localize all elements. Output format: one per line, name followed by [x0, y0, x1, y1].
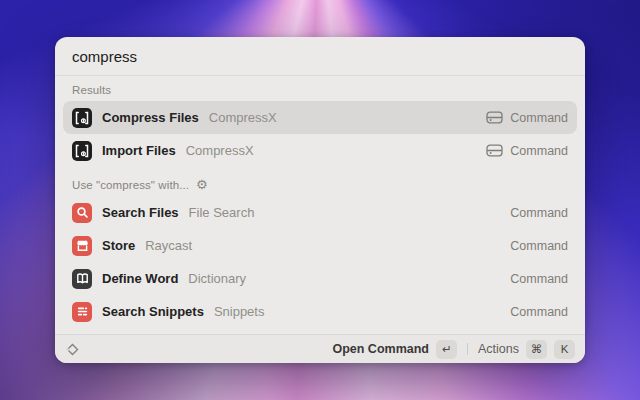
dictionary-icon — [72, 269, 92, 289]
result-title: Store — [102, 238, 135, 253]
result-row-search-snippets[interactable]: Search Snippets Snippets Command — [63, 295, 577, 328]
result-type-badge: Command — [510, 206, 568, 220]
results-section-label: Results — [63, 76, 577, 101]
result-subtitle: CompressX — [209, 110, 277, 125]
compressx-app-icon — [72, 108, 92, 128]
result-title: Import Files — [102, 143, 176, 158]
snippets-icon — [72, 302, 92, 322]
search-input[interactable] — [72, 48, 568, 65]
raycast-logo-icon — [65, 342, 80, 357]
result-title: Define Word — [102, 271, 178, 286]
raycast-window: Results Compress Files CompressX — [55, 37, 585, 363]
result-row-search-files[interactable]: Search Files File Search Command — [63, 196, 577, 229]
result-type-badge: Command — [510, 239, 568, 253]
result-row-import-files[interactable]: Import Files CompressX Command — [63, 134, 577, 167]
result-subtitle: CompressX — [186, 143, 254, 158]
enter-keycap[interactable]: ↵ — [436, 340, 457, 359]
result-subtitle: Raycast — [145, 238, 192, 253]
result-subtitle: Dictionary — [188, 271, 246, 286]
file-search-icon — [72, 203, 92, 223]
result-subtitle: File Search — [189, 205, 255, 220]
result-row-store[interactable]: Store Raycast Command — [63, 229, 577, 262]
open-command-button[interactable]: Open Command — [332, 342, 429, 356]
store-icon — [72, 236, 92, 256]
result-type-badge: Command — [510, 144, 568, 158]
search-bar — [55, 37, 585, 75]
result-title: Search Snippets — [102, 304, 204, 319]
result-title: Search Files — [102, 205, 179, 220]
result-subtitle: Snippets — [214, 304, 265, 319]
result-title: Compress Files — [102, 110, 199, 125]
results-list: Results Compress Files CompressX — [55, 76, 585, 334]
gear-icon[interactable]: ⚙ — [196, 178, 208, 191]
suggestions-section-label: Use "compress" with... ⚙ — [63, 167, 577, 196]
results-section-title: Results — [72, 84, 111, 96]
actions-button[interactable]: Actions — [478, 342, 519, 356]
result-row-define-word[interactable]: Define Word Dictionary Command — [63, 262, 577, 295]
footer-bar: Open Command ↵ Actions ⌘ K — [55, 334, 585, 363]
result-row-compress-files[interactable]: Compress Files CompressX Command — [63, 101, 577, 134]
k-keycap[interactable]: K — [554, 340, 575, 359]
drive-icon — [486, 144, 503, 157]
compressx-app-icon — [72, 141, 92, 161]
command-keycap[interactable]: ⌘ — [526, 340, 547, 359]
result-type-badge: Command — [510, 111, 568, 125]
footer-separator — [467, 343, 468, 355]
drive-icon — [486, 111, 503, 124]
result-type-badge: Command — [510, 305, 568, 319]
result-type-badge: Command — [510, 272, 568, 286]
suggestions-section-title: Use "compress" with... — [72, 179, 189, 191]
